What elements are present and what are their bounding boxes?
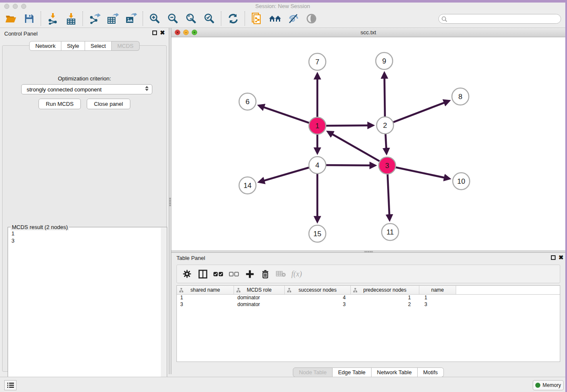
tab-mcds[interactable]: MCDS [112,41,139,51]
function-builder-button[interactable]: f(x) [291,268,303,280]
zoom-selected-button[interactable] [200,11,218,26]
zoom-out-button[interactable] [164,11,182,26]
graph-edge-2-3[interactable] [385,133,386,149]
graph-edge-2-8[interactable] [392,102,445,122]
zoom-in-button[interactable] [146,11,164,26]
result-line: 3 [11,237,14,244]
zoom-in-icon [149,13,160,24]
network-graph[interactable]: 7968124314101511 [171,37,565,251]
graph-node-label: 3 [385,162,389,170]
import-network-icon [47,13,58,25]
export-table-button[interactable] [104,11,122,26]
show-column-panel-button[interactable] [197,268,209,280]
close-panel-icon[interactable]: ✖ [160,29,165,36]
list-icon [7,382,14,388]
mcds-result-box: MCDS result (2 nodes) 13 [8,227,167,386]
graph-node-label: 9 [382,57,386,65]
network-canvas[interactable]: 7968124314101511 [171,37,565,251]
main-titlebar: Session: New Session [0,3,565,10]
unselect-all-icon [229,272,239,276]
table-row[interactable]: 1dominator411 [177,295,560,301]
table-panel: Table Panel ✖ [171,253,565,377]
refresh-network-button[interactable] [224,11,242,26]
graph-edge-2-9[interactable] [385,78,385,118]
table-cell: 1 [177,295,234,301]
select-all-button[interactable] [212,268,224,280]
delete-table-button[interactable] [275,268,287,280]
search-input[interactable] [447,16,561,22]
graph-edge-1-2[interactable] [325,125,368,126]
search-field[interactable] [438,14,561,24]
graph-edge-1-6[interactable] [264,107,310,123]
tab-style[interactable]: Style [61,41,85,51]
open-session-button[interactable] [2,11,20,26]
close-panel-button[interactable]: Close panel [87,99,130,109]
search-icon [441,16,447,22]
import-table-button[interactable] [62,11,80,26]
import-network-button[interactable] [44,11,62,26]
run-mcds-button[interactable]: Run MCDS [39,99,81,109]
tab-motifs[interactable]: Motifs [418,367,444,377]
tab-select[interactable]: Select [85,41,112,51]
column-header-shared-name[interactable]: shared name [177,286,234,294]
task-history-button[interactable] [4,380,17,390]
graph-edge-3-1[interactable] [332,134,381,162]
mcds-tab-content: Optimization criterion: strongly connect… [2,45,167,372]
close-panel-icon[interactable]: ✖ [559,254,564,261]
table-toolbar: f(x) [176,265,560,283]
memory-label: Memory [542,382,561,388]
tab-edge-table[interactable]: Edge Table [333,367,372,377]
column-header-name[interactable]: name [419,286,456,294]
table-settings-button[interactable] [181,268,193,280]
first-neighbors-button[interactable] [266,11,284,26]
save-disk-icon [24,14,34,24]
toolbar-separator [245,11,245,26]
node-table[interactable]: shared nameMCDS rolesuccessor nodesprede… [176,285,560,362]
graph-node-label: 6 [245,98,249,106]
show-all-button[interactable] [302,11,320,26]
graph-edge-4-3[interactable] [325,165,370,166]
column-header-successor-nodes[interactable]: successor nodes [285,286,351,294]
tab-network-table[interactable]: Network Table [372,367,418,377]
memory-status-icon [535,383,540,388]
float-panel-icon[interactable] [152,30,157,35]
table-cell: 1 [351,295,419,301]
control-panel: Control Panel ✖ NetworkStyleSelectMCDS O… [0,28,169,374]
memory-button[interactable]: Memory [533,380,564,390]
criterion-dropdown[interactable]: strongly connected component [21,84,152,94]
status-bar: Memory [0,377,565,392]
save-session-button[interactable] [20,11,38,26]
tab-network[interactable]: Network [29,41,61,51]
table-body: 1dominator4113dominator323 [177,295,560,308]
gear-icon [183,270,191,278]
graph-node-label: 14 [244,182,252,190]
splitter-grip[interactable] [364,251,373,252]
export-network-button[interactable] [85,11,104,26]
unselect-all-button[interactable] [228,268,240,280]
tab-node-table[interactable]: Node Table [293,367,333,377]
app-window: Session: New Session [0,3,565,392]
toolbar-separator [143,11,143,26]
graph-edge-3-10[interactable] [395,167,445,178]
copy-network-button[interactable] [248,11,266,26]
float-panel-icon[interactable] [551,255,556,260]
open-folder-icon [5,14,17,24]
table-cell: 1 [419,295,456,301]
column-header-MCDS-role[interactable]: MCDS role [234,286,285,294]
hide-selected-button[interactable] [284,11,302,26]
columns-icon [198,270,207,279]
result-scrollbar[interactable] [161,228,166,386]
zoom-fit-button[interactable] [182,11,200,26]
mcds-result-values: 13 [11,230,14,244]
create-column-button[interactable] [244,268,256,280]
export-image-button[interactable] [122,11,140,26]
graph-edge-3-11[interactable] [388,173,389,215]
window-title: Session: New Session [0,3,565,9]
graph-edge-4-14[interactable] [264,167,310,181]
table-row[interactable]: 3dominator323 [177,301,560,308]
delete-column-button[interactable] [259,268,271,280]
graph-node-label: 7 [315,58,319,66]
export-image-icon [125,13,137,24]
column-header-predecessor-nodes[interactable]: predecessor nodes [351,286,419,294]
splitter-grip[interactable] [169,197,171,207]
